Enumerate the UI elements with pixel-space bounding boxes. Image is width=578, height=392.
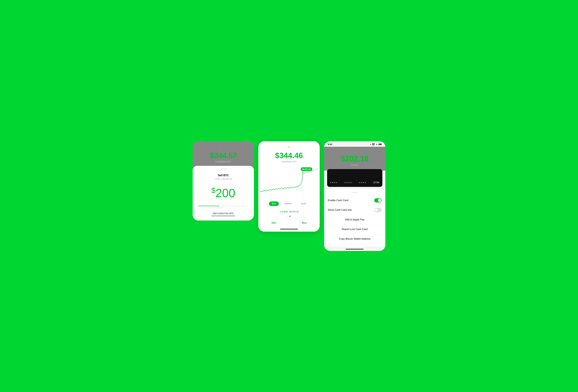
- buy-sell-buttons: Sell Buy: [258, 218, 320, 227]
- menu-item-add-to-apple-pay[interactable]: Add to Apple Pay: [324, 215, 385, 224]
- card-dot: [361, 182, 362, 183]
- screen2-chevron-icon[interactable]: ^: [261, 146, 317, 149]
- sell-btc-underline: [211, 216, 235, 216]
- location-icon: ▲: [370, 143, 372, 145]
- drag-handle[interactable]: [220, 169, 226, 169]
- sell-button[interactable]: Sell: [258, 218, 289, 227]
- enable-cash-card-label: Enable Cash Card: [328, 199, 348, 202]
- menu-item-show-cash-card-info[interactable]: Show Cash Card Info: [324, 205, 385, 215]
- slider-track: [199, 206, 248, 206]
- card-dot: [359, 182, 360, 183]
- show-cash-card-info-label: Show Cash Card Info: [328, 208, 352, 211]
- stats-percentage: ▲ 5.01%: [279, 210, 288, 213]
- toggle-knob-off: [375, 208, 378, 212]
- cash-card-menu: Enable Cash Card Show Cash Card Info Add…: [324, 189, 385, 246]
- screen1-bottom-card: Sell BTC 1 BTC = $6,854.50 $200 Sell 0.0…: [193, 166, 254, 221]
- card-dot: [336, 182, 337, 183]
- sell-slider[interactable]: [199, 206, 248, 206]
- screen3-cash-label: CASH: [327, 164, 382, 166]
- screen3-cash-balance: $202.16: [327, 154, 382, 163]
- show-cash-card-info-toggle[interactable]: [374, 208, 382, 212]
- card-dot: [365, 182, 366, 183]
- screen3-home-indicator: [346, 249, 364, 249]
- screen2-top-area: ^ $344.46 0.05026901 BTC: [258, 141, 320, 164]
- toggle-knob-on: [378, 199, 381, 202]
- dot-indicators: [258, 216, 320, 217]
- card-last-digits: 6794: [374, 181, 379, 184]
- status-time: 9:43: [328, 143, 332, 146]
- screen3-chevron-icon[interactable]: ^: [327, 149, 382, 153]
- screen1-btc-amount: 0.05026901 BTC: [196, 160, 251, 163]
- menu-item-enable-cash-card[interactable]: Enable Cash Card: [324, 196, 385, 205]
- sell-dollar-amount: $200: [197, 186, 249, 200]
- sell-btc-title: Sell BTC: [197, 174, 249, 177]
- card-dot-group-3: [359, 182, 366, 183]
- screen2-btc-balance: $344.46: [261, 151, 317, 160]
- cash-card-visual: 6794: [327, 169, 382, 187]
- signal-icon: ▌▌: [372, 143, 375, 145]
- sell-btc-subtitle: 1 BTC = $6,854.50: [197, 178, 249, 180]
- screen2-btc-amount: 0.05026901 BTC: [261, 160, 317, 163]
- chevron-up-icon[interactable]: ^: [196, 146, 251, 149]
- btc-chart-area: $6,637.92: [258, 166, 320, 198]
- card-dot: [346, 182, 348, 183]
- dot-1: [288, 216, 289, 217]
- screen1-btc-balance: $344.57: [196, 151, 251, 160]
- wifi-icon: ▲: [376, 143, 378, 145]
- card-dot: [348, 182, 350, 183]
- home-indicator: [280, 229, 298, 229]
- buy-button[interactable]: Buy: [289, 218, 320, 227]
- dollar-sign: $: [211, 186, 215, 195]
- slider-thumb[interactable]: [219, 204, 223, 207]
- screen1-top-bg: ^ $344.57 0.05026901 BTC: [193, 141, 254, 169]
- status-bar: 9:43 ▲ ▌▌ ▲ ▮▮▮: [324, 141, 385, 147]
- enable-cash-card-toggle[interactable]: [374, 198, 382, 202]
- card-number-dots: 6794: [330, 181, 379, 184]
- sheet-drag-handle[interactable]: [352, 192, 358, 193]
- card-dot: [350, 182, 351, 183]
- menu-item-report-lost-cash-card[interactable]: Report Lost Cash Card: [324, 225, 385, 234]
- card-dot: [332, 182, 333, 183]
- card-dot: [363, 182, 364, 183]
- screens-container: ^ $344.57 0.05026901 BTC Sell BTC 1 BTC …: [193, 141, 385, 251]
- screen-cash-card: 9:43 ▲ ▌▌ ▲ ▮▮▮ ^ $202.16 CASH: [324, 141, 385, 251]
- chart-price-bubble: $6,637.92: [301, 167, 312, 171]
- sell-btc-label: Sell 0.02917791 BTC: [197, 212, 249, 215]
- card-dot-group-1: [330, 182, 337, 183]
- dot-2: [289, 216, 290, 217]
- screen3-top-bg: ^ $202.16 CASH: [324, 147, 385, 171]
- tab-month[interactable]: MONTH: [282, 201, 295, 206]
- card-dot: [334, 182, 335, 183]
- menu-item-copy-bitcoin-wallet-address[interactable]: Copy Bitcoin Wallet Address: [324, 234, 385, 244]
- screen-btc-chart: ^ $344.46 0.05026901 BTC $6,637.92 DAY M…: [258, 141, 320, 232]
- status-icons: ▲ ▌▌ ▲ ▮▮▮: [370, 143, 382, 145]
- slider-fill: [199, 206, 221, 206]
- screen-sell-btc: ^ $344.57 0.05026901 BTC Sell BTC 1 BTC …: [193, 141, 254, 221]
- stats-row: ▲ 5.01% $6,852.38: [258, 209, 320, 214]
- card-dot: [330, 182, 331, 183]
- time-tabs: DAY MONTH YEAR: [258, 200, 320, 207]
- stats-price: $6,852.38: [289, 210, 299, 213]
- card-dot-group-2: [344, 182, 351, 183]
- battery-icon: ▮▮▮: [379, 143, 382, 145]
- card-dot: [344, 182, 346, 183]
- tab-day[interactable]: DAY: [269, 201, 279, 206]
- tab-year[interactable]: YEAR: [298, 201, 309, 206]
